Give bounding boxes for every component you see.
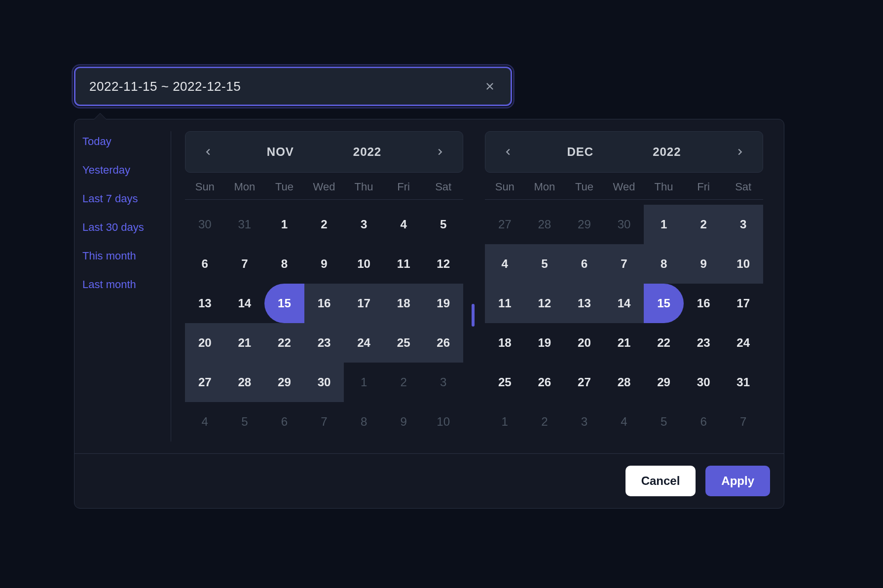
day-cell[interactable]: 6 [185,244,225,284]
day-cell[interactable]: 7 [604,244,644,284]
day-cell[interactable]: 24 [723,323,763,363]
day-cell[interactable]: 29 [564,205,604,244]
day-cell[interactable]: 21 [225,323,265,363]
day-cell[interactable]: 31 [225,205,265,244]
day-cell[interactable]: 14 [225,284,265,323]
shortcut-this-month[interactable]: This month [82,250,163,262]
day-cell[interactable]: 12 [423,244,463,284]
day-cell[interactable]: 15 [644,284,684,323]
day-cell[interactable]: 28 [525,205,565,244]
day-cell[interactable]: 2 [684,205,724,244]
day-cell[interactable]: 14 [604,284,644,323]
day-cell[interactable]: 11 [384,244,424,284]
day-cell[interactable]: 11 [485,284,525,323]
day-cell[interactable]: 13 [185,284,225,323]
day-cell[interactable]: 30 [185,205,225,244]
day-cell[interactable]: 7 [304,402,344,441]
day-cell[interactable]: 1 [485,402,525,441]
day-cell[interactable]: 21 [604,323,644,363]
day-cell[interactable]: 2 [304,205,344,244]
day-cell[interactable]: 10 [423,402,463,441]
day-cell[interactable]: 1 [644,205,684,244]
day-cell[interactable]: 20 [185,323,225,363]
year-label-right[interactable]: 2022 [653,145,681,159]
shortcut-today[interactable]: Today [82,135,163,148]
year-label-left[interactable]: 2022 [353,145,381,159]
day-cell[interactable]: 3 [723,205,763,244]
shortcut-yesterday[interactable]: Yesterday [82,164,163,177]
day-cell[interactable]: 28 [225,363,265,402]
day-cell[interactable]: 30 [684,363,724,402]
day-cell[interactable]: 16 [684,284,724,323]
day-cell[interactable]: 8 [344,402,384,441]
next-month-button-left[interactable] [431,143,449,161]
shortcut-last-7-days[interactable]: Last 7 days [82,192,163,205]
day-cell[interactable]: 7 [723,402,763,441]
day-cell[interactable]: 10 [723,244,763,284]
day-cell[interactable]: 3 [564,402,604,441]
day-cell[interactable]: 31 [723,363,763,402]
day-cell[interactable]: 10 [344,244,384,284]
day-cell[interactable]: 17 [723,284,763,323]
day-cell[interactable]: 3 [423,363,463,402]
prev-month-button[interactable] [199,143,217,161]
day-cell[interactable]: 30 [304,363,344,402]
day-cell[interactable]: 1 [264,205,304,244]
day-cell[interactable]: 27 [185,363,225,402]
shortcut-last-30-days[interactable]: Last 30 days [82,221,163,234]
day-cell[interactable]: 16 [304,284,344,323]
date-range-input[interactable]: 2022-11-15 ~ 2022-12-15 [74,67,512,106]
day-cell[interactable]: 20 [564,323,604,363]
day-cell[interactable]: 17 [344,284,384,323]
day-cell[interactable]: 23 [304,323,344,363]
day-cell[interactable]: 5 [644,402,684,441]
day-cell[interactable]: 12 [525,284,565,323]
day-cell[interactable]: 3 [344,205,384,244]
clear-button[interactable] [483,79,497,93]
day-cell[interactable]: 22 [264,323,304,363]
cancel-button[interactable]: Cancel [625,466,696,496]
day-cell[interactable]: 2 [384,363,424,402]
apply-button[interactable]: Apply [705,466,770,496]
day-cell[interactable]: 18 [384,284,424,323]
day-cell[interactable]: 4 [485,244,525,284]
day-cell[interactable]: 25 [384,323,424,363]
day-cell[interactable]: 13 [564,284,604,323]
day-cell[interactable]: 26 [423,323,463,363]
day-cell[interactable]: 4 [604,402,644,441]
day-cell[interactable]: 8 [644,244,684,284]
day-cell[interactable]: 9 [384,402,424,441]
month-label-right[interactable]: DEC [567,145,593,159]
day-cell[interactable]: 24 [344,323,384,363]
prev-month-button-right[interactable] [499,143,517,161]
day-cell[interactable]: 15 [264,284,304,323]
day-cell[interactable]: 27 [485,205,525,244]
day-cell[interactable]: 26 [525,363,565,402]
day-cell[interactable]: 5 [423,205,463,244]
day-cell[interactable]: 4 [185,402,225,441]
day-cell[interactable]: 6 [564,244,604,284]
day-cell[interactable]: 27 [564,363,604,402]
day-cell[interactable]: 29 [644,363,684,402]
day-cell[interactable]: 6 [684,402,724,441]
day-cell[interactable]: 2 [525,402,565,441]
day-cell[interactable]: 18 [485,323,525,363]
day-cell[interactable]: 19 [423,284,463,323]
day-cell[interactable]: 4 [384,205,424,244]
shortcut-last-month[interactable]: Last month [82,278,163,291]
month-label-left[interactable]: NOV [267,145,294,159]
day-cell[interactable]: 22 [644,323,684,363]
day-cell[interactable]: 7 [225,244,265,284]
day-cell[interactable]: 9 [304,244,344,284]
day-cell[interactable]: 30 [604,205,644,244]
next-month-button[interactable] [731,143,749,161]
day-cell[interactable]: 6 [264,402,304,441]
day-cell[interactable]: 28 [604,363,644,402]
day-cell[interactable]: 19 [525,323,565,363]
day-cell[interactable]: 1 [344,363,384,402]
day-cell[interactable]: 25 [485,363,525,402]
day-cell[interactable]: 5 [525,244,565,284]
day-cell[interactable]: 9 [684,244,724,284]
day-cell[interactable]: 23 [684,323,724,363]
day-cell[interactable]: 29 [264,363,304,402]
